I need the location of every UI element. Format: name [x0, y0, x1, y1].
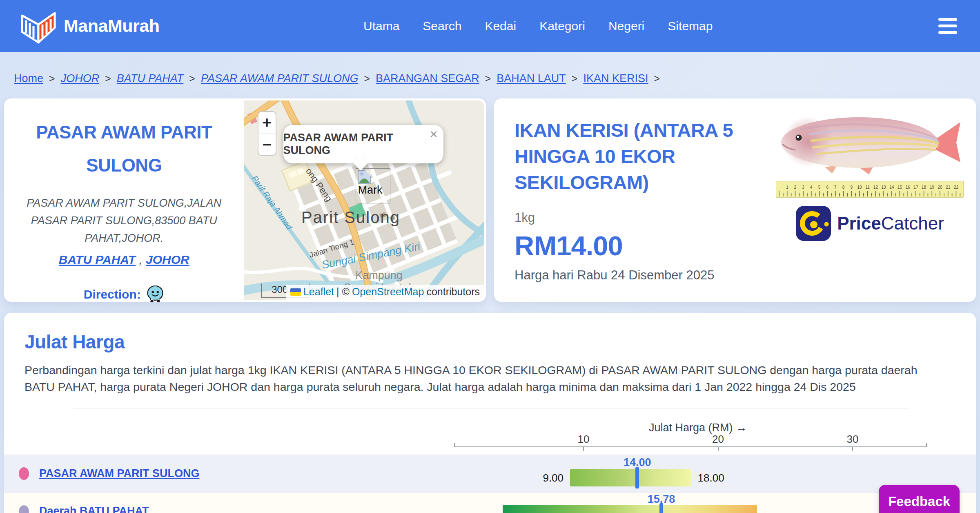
svg-text:10: 10 [857, 185, 862, 190]
axis-end-tick [454, 443, 455, 447]
breadcrumb-subcategory[interactable]: BAHAN LAUT [497, 72, 566, 85]
svg-text:9: 9 [851, 185, 853, 190]
svg-text:13: 13 [882, 185, 886, 190]
chart-top-divider [74, 408, 909, 409]
pricecatcher-wordmark: PriceCatcher [837, 213, 944, 234]
zoom-out-button[interactable]: − [258, 134, 276, 155]
direction-label: Direction: [84, 288, 141, 301]
chart-axis-title: Julat Harga (RM) → [616, 422, 780, 434]
zoom-in-button[interactable]: + [258, 112, 276, 134]
osm-link[interactable]: OpenStreetMap [352, 286, 424, 298]
section-heading: Julat Harga [4, 313, 976, 353]
svg-text:12: 12 [873, 185, 878, 190]
map-zoom-control: + − [258, 111, 276, 156]
min-price-label: 9.00 [543, 469, 564, 486]
ukraine-flag-icon [290, 288, 301, 296]
market-address: PASAR AWAM PARIT SULONG,JALAN PASAR PARI… [14, 194, 234, 248]
map-attribution: Leaflet | © OpenStreetMap contributors [286, 285, 484, 300]
map-label-village1: Kampung [355, 269, 403, 281]
product-title: IKAN KERISI (ANTARA 5 HINGGA 10 EKOR SEK… [514, 117, 768, 196]
svg-text:8: 8 [842, 185, 845, 190]
market-title: PASAR AWAM PARIT SULONG [34, 116, 214, 182]
main-nav: Utama Search Kedai Kategori Negeri Sitem… [363, 19, 713, 33]
manamurah-logo [19, 8, 58, 44]
current-price-marker [635, 467, 639, 488]
map-popup: PASAR AWAM PARIT SULONG × [283, 125, 443, 163]
breadcrumb-separator: > [485, 73, 491, 85]
svg-text:3: 3 [802, 185, 804, 190]
row-dot [19, 467, 29, 480]
pricecatcher-brand: PriceCatcher [795, 205, 944, 241]
svg-text:20: 20 [938, 185, 942, 190]
breadcrumb-separator: > [364, 73, 370, 85]
svg-text:7: 7 [834, 185, 837, 190]
leaflet-map[interactable]: Parit Sulong ong Peng Parit Raja Ahmad J… [244, 100, 484, 300]
product-unit: 1kg [514, 210, 764, 225]
navbar: ManaMurah Utama Search Kedai Kategori Ne… [0, 0, 980, 52]
fish-image [776, 110, 964, 175]
marker-alt-text: Mark [358, 184, 383, 196]
breadcrumb-district[interactable]: BATU PAHAT [117, 72, 184, 85]
price-range-card: Julat Harga Perbandingan harga terkini d… [4, 313, 976, 513]
chart-axis-line [454, 446, 927, 447]
nav-item-kedai[interactable]: Kedai [485, 19, 516, 33]
svg-text:1: 1 [786, 185, 788, 190]
svg-text:21: 21 [946, 185, 951, 190]
breadcrumb-separator: > [105, 73, 111, 85]
row-dot [19, 505, 29, 513]
nav-item-search[interactable]: Search [423, 19, 461, 33]
breadcrumb-home[interactable]: Home [14, 72, 43, 85]
range-bar [503, 505, 757, 513]
range-bar [570, 469, 691, 486]
waze-icon[interactable] [146, 285, 165, 302]
svg-text:18: 18 [922, 185, 927, 190]
svg-text:2: 2 [794, 185, 797, 190]
price-date-note: Harga hari Rabu 24 Disember 2025 [514, 268, 764, 283]
breadcrumb-separator: > [572, 73, 578, 85]
svg-text:5: 5 [818, 185, 821, 190]
chart-row-district: Daerah BATU PAHAT 15.78 [4, 493, 976, 513]
map-label-town: Parit Sulong [301, 208, 400, 226]
row-label-market[interactable]: PASAR AWAM PARIT SULONG [39, 467, 200, 480]
breadcrumb-category[interactable]: BARANGAN SEGAR [376, 72, 479, 85]
svg-text:4: 4 [810, 185, 813, 190]
breadcrumb-state[interactable]: JOHOR [61, 72, 100, 85]
feedback-button[interactable]: Feedback [879, 485, 960, 513]
leaflet-link[interactable]: Leaflet [303, 286, 334, 298]
breadcrumb-separator: > [654, 73, 660, 85]
product-price: RM14.00 [514, 230, 764, 261]
max-price-label: 18.00 [698, 469, 724, 486]
map-popup-title: PASAR AWAM PARIT SULONG [283, 125, 443, 163]
market-card: PASAR AWAM PARIT SULONG PASAR AWAM PARIT… [4, 98, 486, 302]
row-label-district[interactable]: Daerah BATU PAHAT [39, 505, 149, 513]
brand-name: ManaMurah [64, 16, 159, 36]
chart-row-market: PASAR AWAM PARIT SULONG 14.00 9.00 18.00 [4, 455, 976, 493]
hamburger-menu-icon[interactable] [938, 18, 957, 38]
svg-text:16: 16 [906, 185, 911, 190]
svg-text:14: 14 [889, 185, 894, 190]
product-card: IKAN KERISI (ANTARA 5 HINGGA 10 EKOR SEK… [494, 98, 976, 302]
breadcrumb: Home > JOHOR > BATU PAHAT > PASAR AWAM P… [0, 52, 980, 85]
axis-end-tick [926, 443, 927, 447]
svg-text:15: 15 [898, 185, 902, 190]
nav-item-sitemap[interactable]: Sitemap [668, 19, 713, 33]
brand[interactable]: ManaMurah [19, 8, 159, 44]
breadcrumb-separator: > [49, 73, 55, 85]
svg-text:11: 11 [866, 185, 870, 190]
current-price-value: 14.00 [624, 456, 651, 469]
current-price-value: 15.78 [648, 493, 675, 506]
section-description: Perbandingan harga terkini dan julat har… [4, 353, 956, 396]
breadcrumb-market[interactable]: PASAR AWAM PARIT SULONG [201, 72, 359, 85]
ruler-image: 12345678910111213141516171819202122 [776, 181, 964, 198]
popup-close-icon[interactable]: × [430, 127, 438, 142]
pricecatcher-icon [795, 205, 831, 241]
breadcrumb-separator: > [189, 73, 195, 85]
market-location-links: BATU PAHAT , JOHOR [12, 253, 236, 267]
breadcrumb-item[interactable]: IKAN KERISI [583, 72, 648, 85]
district-link[interactable]: BATU PAHAT [59, 253, 136, 266]
svg-text:19: 19 [930, 185, 935, 190]
nav-item-kategori[interactable]: Kategori [539, 19, 585, 33]
nav-item-negeri[interactable]: Negeri [608, 19, 644, 33]
nav-item-utama[interactable]: Utama [363, 19, 399, 33]
state-link[interactable]: JOHOR [146, 253, 189, 266]
